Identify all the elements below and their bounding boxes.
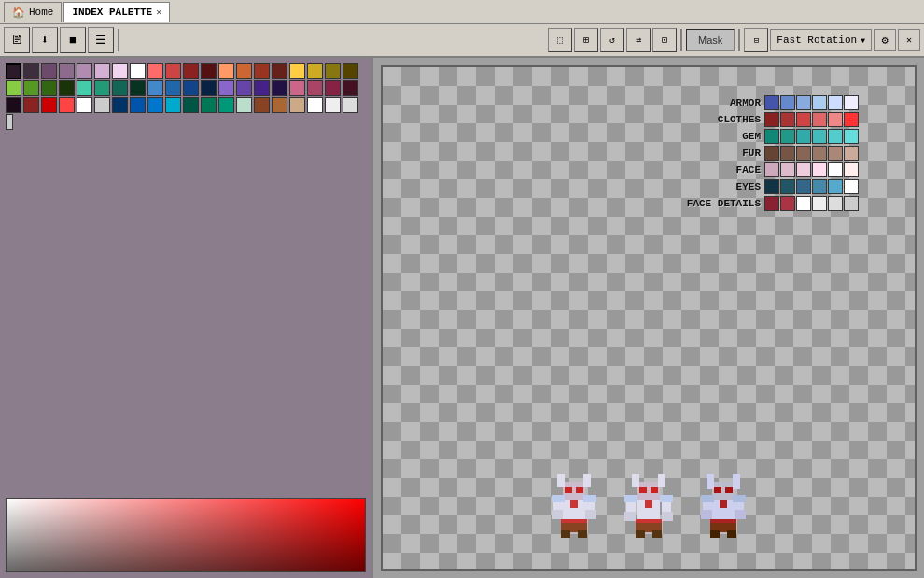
tab-home[interactable]: 🏠 Home <box>4 2 62 22</box>
palette-color-r2-4[interactable] <box>77 97 92 113</box>
swatch-color-2-4[interactable] <box>828 129 843 144</box>
palette-color-37[interactable] <box>307 80 323 96</box>
swatch-color-2-3[interactable] <box>812 129 827 144</box>
swatch-color-5-2[interactable] <box>796 179 811 194</box>
tab-index-palette[interactable]: INDEX PALETTE ✕ <box>63 2 170 22</box>
save-button[interactable]: ■ <box>60 27 86 53</box>
swatch-colors-4[interactable] <box>764 162 859 177</box>
swatch-color-1-1[interactable] <box>780 112 795 127</box>
palette-color-35[interactable] <box>272 80 287 96</box>
palette-color-4[interactable] <box>77 63 92 79</box>
tab-close-icon[interactable]: ✕ <box>156 7 161 18</box>
palette-color-12[interactable] <box>218 63 234 79</box>
palette-color-7[interactable] <box>130 63 146 79</box>
tool-rotate[interactable]: ↺ <box>600 28 624 52</box>
tool-move[interactable]: ⊞ <box>574 28 598 52</box>
palette-color-r2-19[interactable] <box>343 97 358 113</box>
settings-button[interactable]: ⚙ <box>874 29 896 51</box>
palette-color-1[interactable] <box>23 63 39 79</box>
palette-color-14[interactable] <box>254 63 270 79</box>
swatch-color-1-4[interactable] <box>828 112 843 127</box>
palette-color-r2-13[interactable] <box>236 97 252 113</box>
rotation-dropdown[interactable]: Fast Rotation ▼ <box>770 29 872 51</box>
palette-color-28[interactable] <box>147 80 163 96</box>
palette-color-r2-15[interactable] <box>272 97 287 113</box>
palette-color-9[interactable] <box>165 63 181 79</box>
palette-color-r2-9[interactable] <box>165 97 181 113</box>
swatch-color-6-1[interactable] <box>780 196 795 211</box>
swatch-colors-5[interactable] <box>764 179 859 194</box>
palette-color-22[interactable] <box>41 80 57 96</box>
palette-color-11[interactable] <box>201 63 217 79</box>
swatch-color-4-4[interactable] <box>828 162 843 177</box>
swatch-color-4-1[interactable] <box>780 162 795 177</box>
palette-color-29[interactable] <box>165 80 181 96</box>
swatch-color-3-4[interactable] <box>828 146 843 161</box>
palette-color-36[interactable] <box>289 80 305 96</box>
palette-color-r2-12[interactable] <box>218 97 234 113</box>
palette-color-2[interactable] <box>41 63 57 79</box>
swatch-color-0-1[interactable] <box>780 95 795 110</box>
swatch-color-1-2[interactable] <box>796 112 811 127</box>
palette-color-20[interactable] <box>6 80 21 96</box>
swatch-color-4-0[interactable] <box>764 162 779 177</box>
swatch-colors-2[interactable] <box>764 129 859 144</box>
swatch-color-5-4[interactable] <box>828 179 843 194</box>
palette-color-27[interactable] <box>130 80 146 96</box>
palette-color-17[interactable] <box>307 63 323 79</box>
new-button[interactable]: 🖹 <box>4 27 30 53</box>
extra-settings-button[interactable]: ✕ <box>898 29 920 51</box>
swatch-color-3-1[interactable] <box>780 146 795 161</box>
swatch-color-6-5[interactable] <box>844 196 859 211</box>
palette-color-16[interactable] <box>289 63 305 79</box>
swatch-color-5-1[interactable] <box>780 179 795 194</box>
swatch-color-0-2[interactable] <box>796 95 811 110</box>
swatch-color-3-5[interactable] <box>844 146 859 161</box>
swatch-color-6-0[interactable] <box>764 196 779 211</box>
menu-button[interactable]: ☰ <box>88 27 114 53</box>
swatch-colors-0[interactable] <box>764 95 859 110</box>
swatch-color-4-3[interactable] <box>812 162 827 177</box>
swatch-color-0-3[interactable] <box>812 95 827 110</box>
palette-color-31[interactable] <box>201 80 217 96</box>
swatch-color-1-3[interactable] <box>812 112 827 127</box>
palette-color-38[interactable] <box>325 80 341 96</box>
swatch-color-3-0[interactable] <box>764 146 779 161</box>
palette-color-r2-8[interactable] <box>147 97 163 113</box>
palette-color-33[interactable] <box>236 80 252 96</box>
tool-transform[interactable]: ⊡ <box>652 28 677 52</box>
palette-color-r2-17[interactable] <box>307 97 323 113</box>
swatch-color-5-0[interactable] <box>764 179 779 194</box>
swatch-color-6-3[interactable] <box>812 196 827 211</box>
palette-color-18[interactable] <box>325 63 341 79</box>
palette-color-r2-11[interactable] <box>201 97 217 113</box>
palette-color-34[interactable] <box>254 80 270 96</box>
palette-color-r2-2[interactable] <box>41 97 57 113</box>
palette-color-24[interactable] <box>77 80 92 96</box>
palette-color-r2-3[interactable] <box>59 97 75 113</box>
swatch-color-2-5[interactable] <box>844 129 859 144</box>
tool-flip[interactable]: ⇄ <box>626 28 651 52</box>
tool-select[interactable]: ⬚ <box>548 28 572 52</box>
swatch-colors-1[interactable] <box>764 112 859 127</box>
palette-color-13[interactable] <box>236 63 252 79</box>
palette-color-r2-6[interactable] <box>112 97 128 113</box>
mask-button[interactable]: Mask <box>686 29 735 51</box>
palette-color-r2-10[interactable] <box>183 97 199 113</box>
swatch-colors-3[interactable] <box>764 146 859 161</box>
palette-color-25[interactable] <box>94 80 110 96</box>
palette-color-8[interactable] <box>147 63 163 79</box>
palette-color-39[interactable] <box>343 80 358 96</box>
swatch-color-6-2[interactable] <box>796 196 811 211</box>
palette-color-r2-18[interactable] <box>325 97 341 113</box>
palette-color-23[interactable] <box>59 80 75 96</box>
swatch-color-5-3[interactable] <box>812 179 827 194</box>
swatch-color-1-0[interactable] <box>764 112 779 127</box>
swatch-color-0-5[interactable] <box>844 95 859 110</box>
swatch-color-0-0[interactable] <box>764 95 779 110</box>
palette-color-r2-5[interactable] <box>94 97 110 113</box>
palette-color-5[interactable] <box>94 63 110 79</box>
canvas-area[interactable]: ARMORCLOTHESGEMFURFACEEYESFACE DETAILS <box>381 65 917 571</box>
swatch-color-0-4[interactable] <box>828 95 843 110</box>
palette-color-0[interactable] <box>6 63 21 79</box>
